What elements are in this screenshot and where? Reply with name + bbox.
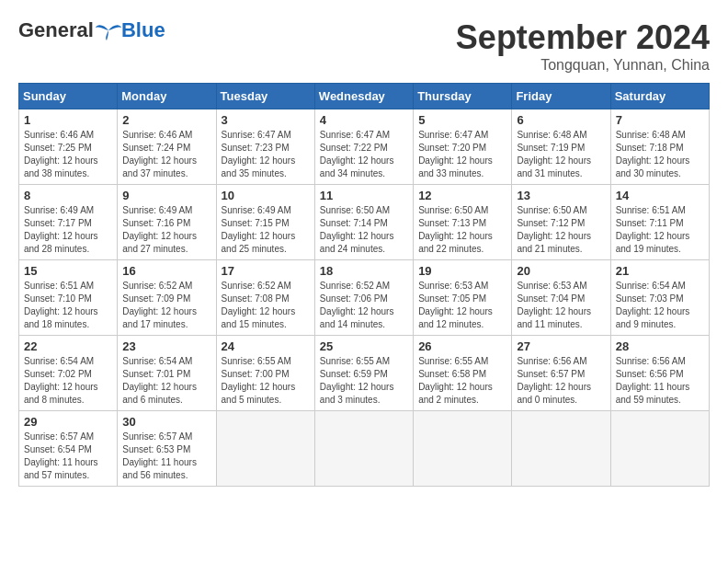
weekday-header: Wednesday — [314, 84, 413, 109]
calendar-cell: 28Sunrise: 6:56 AM Sunset: 6:56 PM Dayli… — [610, 336, 709, 411]
day-info: Sunrise: 6:55 AM Sunset: 7:00 PM Dayligh… — [222, 355, 310, 407]
day-number: 25 — [320, 339, 408, 353]
day-info: Sunrise: 6:52 AM Sunset: 7:08 PM Dayligh… — [222, 280, 310, 331]
day-info: Sunrise: 6:49 AM Sunset: 7:17 PM Dayligh… — [24, 204, 112, 256]
calendar-cell: 22Sunrise: 6:54 AM Sunset: 7:02 PM Dayli… — [19, 336, 118, 411]
day-info: Sunrise: 6:53 AM Sunset: 7:05 PM Dayligh… — [418, 280, 506, 331]
day-info: Sunrise: 6:46 AM Sunset: 7:25 PM Dayligh… — [24, 129, 112, 180]
calendar-cell: 26Sunrise: 6:55 AM Sunset: 6:58 PM Dayli… — [414, 336, 512, 411]
title-block: September 2024 Tongquan, Yunnan, China — [456, 18, 710, 74]
day-number: 26 — [418, 339, 506, 353]
day-number: 29 — [24, 415, 112, 429]
day-number: 19 — [418, 264, 506, 278]
day-info: Sunrise: 6:57 AM Sunset: 6:54 PM Dayligh… — [24, 431, 112, 482]
day-info: Sunrise: 6:52 AM Sunset: 7:06 PM Dayligh… — [320, 280, 408, 331]
day-number: 11 — [320, 189, 408, 202]
calendar-cell — [314, 411, 413, 487]
day-info: Sunrise: 6:50 AM Sunset: 7:14 PM Dayligh… — [320, 204, 408, 256]
day-info: Sunrise: 6:57 AM Sunset: 6:53 PM Dayligh… — [122, 431, 210, 482]
day-info: Sunrise: 6:55 AM Sunset: 6:59 PM Dayligh… — [320, 355, 408, 407]
logo-bird-icon — [96, 20, 121, 40]
calendar-cell: 8Sunrise: 6:49 AM Sunset: 7:17 PM Daylig… — [19, 185, 118, 260]
day-number: 4 — [320, 113, 408, 127]
calendar-cell — [216, 411, 314, 487]
day-info: Sunrise: 6:53 AM Sunset: 7:04 PM Dayligh… — [517, 280, 605, 331]
calendar-cell — [512, 411, 610, 487]
logo-general-text: General — [18, 18, 94, 42]
weekday-header: Saturday — [610, 84, 709, 109]
day-number: 21 — [616, 264, 704, 278]
calendar-cell: 1Sunrise: 6:46 AM Sunset: 7:25 PM Daylig… — [19, 109, 118, 185]
day-number: 16 — [122, 264, 210, 278]
weekday-header: Tuesday — [216, 84, 314, 109]
day-number: 17 — [222, 264, 310, 278]
calendar-cell: 15Sunrise: 6:51 AM Sunset: 7:10 PM Dayli… — [19, 260, 118, 336]
calendar-cell: 4Sunrise: 6:47 AM Sunset: 7:22 PM Daylig… — [314, 109, 413, 185]
day-number: 14 — [616, 189, 704, 202]
month-title: September 2024 — [456, 18, 710, 57]
calendar-cell: 24Sunrise: 6:55 AM Sunset: 7:00 PM Dayli… — [216, 336, 314, 411]
day-number: 20 — [517, 264, 605, 278]
day-info: Sunrise: 6:56 AM Sunset: 6:57 PM Dayligh… — [517, 355, 605, 407]
day-number: 15 — [24, 264, 112, 278]
day-number: 18 — [320, 264, 408, 278]
calendar-cell: 27Sunrise: 6:56 AM Sunset: 6:57 PM Dayli… — [512, 336, 610, 411]
calendar-cell: 17Sunrise: 6:52 AM Sunset: 7:08 PM Dayli… — [216, 260, 314, 336]
day-number: 2 — [122, 113, 210, 127]
calendar-cell: 18Sunrise: 6:52 AM Sunset: 7:06 PM Dayli… — [314, 260, 413, 336]
calendar-cell: 6Sunrise: 6:48 AM Sunset: 7:19 PM Daylig… — [512, 109, 610, 185]
calendar-cell: 20Sunrise: 6:53 AM Sunset: 7:04 PM Dayli… — [512, 260, 610, 336]
logo: General Blue — [18, 18, 165, 42]
day-number: 22 — [24, 339, 112, 353]
day-info: Sunrise: 6:51 AM Sunset: 7:10 PM Dayligh… — [24, 280, 112, 331]
day-info: Sunrise: 6:54 AM Sunset: 7:01 PM Dayligh… — [122, 355, 210, 407]
day-number: 1 — [24, 113, 112, 127]
calendar-table: SundayMondayTuesdayWednesdayThursdayFrid… — [18, 83, 710, 487]
day-info: Sunrise: 6:49 AM Sunset: 7:15 PM Dayligh… — [222, 204, 310, 256]
calendar-cell: 9Sunrise: 6:49 AM Sunset: 7:16 PM Daylig… — [118, 185, 216, 260]
day-number: 24 — [222, 339, 310, 353]
day-number: 13 — [517, 189, 605, 202]
calendar-cell: 25Sunrise: 6:55 AM Sunset: 6:59 PM Dayli… — [314, 336, 413, 411]
calendar-cell: 30Sunrise: 6:57 AM Sunset: 6:53 PM Dayli… — [118, 411, 216, 487]
calendar-cell: 13Sunrise: 6:50 AM Sunset: 7:12 PM Dayli… — [512, 185, 610, 260]
day-number: 5 — [418, 113, 506, 127]
day-number: 10 — [222, 189, 310, 202]
page-header: General Blue September 2024 Tongquan, Yu… — [18, 18, 710, 74]
day-number: 9 — [122, 189, 210, 202]
day-number: 30 — [122, 415, 210, 429]
day-info: Sunrise: 6:54 AM Sunset: 7:02 PM Dayligh… — [24, 355, 112, 407]
weekday-header: Thursday — [414, 84, 512, 109]
calendar-cell — [414, 411, 512, 487]
day-number: 3 — [222, 113, 310, 127]
calendar-cell: 19Sunrise: 6:53 AM Sunset: 7:05 PM Dayli… — [414, 260, 512, 336]
day-info: Sunrise: 6:47 AM Sunset: 7:20 PM Dayligh… — [418, 129, 506, 180]
day-info: Sunrise: 6:51 AM Sunset: 7:11 PM Dayligh… — [616, 204, 704, 256]
weekday-header: Sunday — [19, 84, 118, 109]
day-info: Sunrise: 6:48 AM Sunset: 7:19 PM Dayligh… — [517, 129, 605, 180]
day-info: Sunrise: 6:55 AM Sunset: 6:58 PM Dayligh… — [418, 355, 506, 407]
calendar-cell: 16Sunrise: 6:52 AM Sunset: 7:09 PM Dayli… — [118, 260, 216, 336]
calendar-cell: 5Sunrise: 6:47 AM Sunset: 7:20 PM Daylig… — [414, 109, 512, 185]
day-info: Sunrise: 6:49 AM Sunset: 7:16 PM Dayligh… — [122, 204, 210, 256]
day-info: Sunrise: 6:52 AM Sunset: 7:09 PM Dayligh… — [122, 280, 210, 331]
day-info: Sunrise: 6:54 AM Sunset: 7:03 PM Dayligh… — [616, 280, 704, 331]
logo-blue-text: Blue — [121, 18, 165, 42]
calendar-cell — [610, 411, 709, 487]
day-info: Sunrise: 6:46 AM Sunset: 7:24 PM Dayligh… — [122, 129, 210, 180]
weekday-header: Friday — [512, 84, 610, 109]
calendar-cell: 7Sunrise: 6:48 AM Sunset: 7:18 PM Daylig… — [610, 109, 709, 185]
weekday-header: Monday — [118, 84, 216, 109]
calendar-cell: 10Sunrise: 6:49 AM Sunset: 7:15 PM Dayli… — [216, 185, 314, 260]
day-number: 28 — [616, 339, 704, 353]
calendar-cell: 2Sunrise: 6:46 AM Sunset: 7:24 PM Daylig… — [118, 109, 216, 185]
calendar-cell: 11Sunrise: 6:50 AM Sunset: 7:14 PM Dayli… — [314, 185, 413, 260]
location: Tongquan, Yunnan, China — [456, 57, 710, 74]
day-number: 27 — [517, 339, 605, 353]
calendar-cell: 21Sunrise: 6:54 AM Sunset: 7:03 PM Dayli… — [610, 260, 709, 336]
day-number: 23 — [122, 339, 210, 353]
calendar-cell: 23Sunrise: 6:54 AM Sunset: 7:01 PM Dayli… — [118, 336, 216, 411]
calendar-cell: 14Sunrise: 6:51 AM Sunset: 7:11 PM Dayli… — [610, 185, 709, 260]
day-number: 7 — [616, 113, 704, 127]
day-info: Sunrise: 6:47 AM Sunset: 7:22 PM Dayligh… — [320, 129, 408, 180]
